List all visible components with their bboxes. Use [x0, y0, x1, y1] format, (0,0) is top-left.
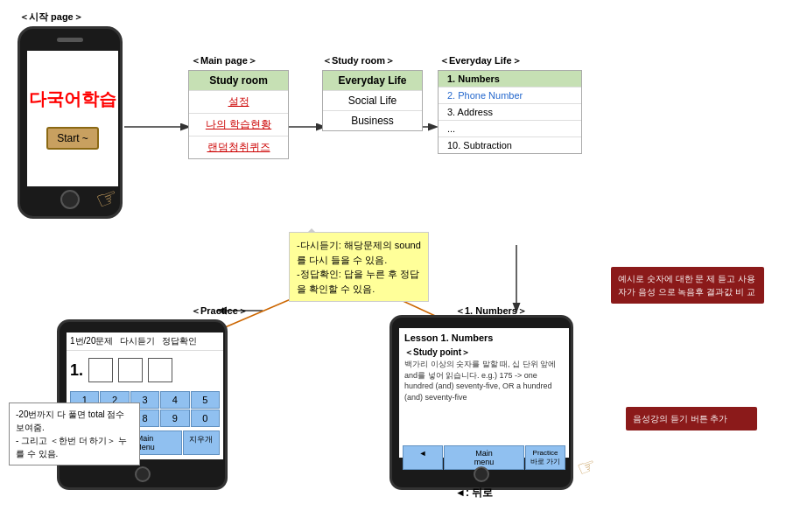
hand-cursor-numbers-icon: ☞ — [574, 452, 600, 482]
numpad-4[interactable]: 4 — [160, 391, 189, 409]
everyday-subtraction[interactable]: 10. Subtraction — [439, 137, 581, 153]
answer-box-2[interactable] — [118, 358, 143, 382]
numpad-5[interactable]: 5 — [191, 391, 220, 409]
everyday-life-label: ＜Everyday Life＞ — [439, 54, 522, 67]
callout-right-bottom: 음성강의 듣기 버튼 추가 — [626, 407, 757, 430]
numpad-0[interactable]: 0 — [191, 410, 220, 427]
practice-answer-btn[interactable]: 정답확인 — [162, 335, 197, 347]
note-bottom-left: -20번까지 다 풀면 total 점수 보여줌.- 그리고 ＜한번 더 하기＞… — [9, 402, 140, 466]
study-room-business[interactable]: Business — [323, 111, 422, 130]
phone-speaker — [57, 38, 83, 42]
callout-right-top: 예시로 숫자에 대한 문 제 듣고 사용자가 음성 으로 녹음후 결과값 비 교 — [611, 267, 764, 304]
note-text: -20번까지 다 풀면 total 점수 보여줌.- 그리고 ＜한번 더 하기＞… — [16, 410, 127, 458]
everyday-phone[interactable]: 2. Phone Number — [439, 88, 581, 104]
main-menu-study-room[interactable]: Study room — [189, 71, 288, 91]
question-number: 1. — [70, 361, 83, 380]
start-button[interactable]: Start ~ — [46, 127, 99, 150]
study-point-text: 백가리 이상의 숫자를 말할 때, 십 단위 앞에 and를 넣어 읽습니다. … — [404, 359, 564, 402]
main-menu-list: Study room 설정 나의 학습현황 랜덤청취퀴즈 — [188, 70, 289, 159]
app-title: 다국어학습 — [29, 88, 116, 109]
tooltip-box: -다시듣기: 해당문제의 sound를 다시 들을 수 있음.-정답확인: 답을… — [289, 232, 429, 302]
answer-box-3[interactable] — [148, 358, 172, 382]
back-label: ◄: 뒤로 — [455, 486, 493, 500]
everyday-life-box: 1. Numbers 2. Phone Number 3. Address ..… — [438, 70, 582, 154]
phone-screen: 다국어학습 Start ~ — [27, 51, 118, 186]
numbers-phone-home[interactable] — [474, 466, 489, 482]
answer-box-1[interactable] — [88, 358, 113, 382]
study-room-list: Everyday Life Social Life Business — [322, 70, 423, 131]
main-menu-history[interactable]: 나의 학습현황 — [189, 114, 288, 136]
numbers-phone: Lesson 1. Numbers ＜Study point＞ 백가리 이상의 … — [389, 315, 573, 490]
study-room-social[interactable]: Social Life — [323, 91, 422, 111]
practice-num: 1번/20문제 — [70, 335, 113, 347]
study-room-box: Everyday Life Social Life Business — [322, 70, 423, 131]
main-menu-quiz[interactable]: 랜덤청취퀴즈 — [189, 136, 288, 158]
practice-header: 1번/20문제 다시듣기 정답확인 — [67, 332, 223, 351]
numbers-practice-btn[interactable]: Practice바로 가기 — [525, 445, 565, 470]
study-point-label: ＜Study point＞ — [404, 346, 564, 359]
practice-listen-btn[interactable]: 다시듣기 — [120, 335, 155, 347]
study-room-everyday[interactable]: Everyday Life — [323, 71, 422, 91]
main-menu-box: Study room 설정 나의 학습현황 랜덤청취퀴즈 — [188, 70, 289, 159]
everyday-ellipsis: ... — [439, 121, 581, 137]
numbers-screen: Lesson 1. Numbers ＜Study point＞ 백가리 이상의 … — [399, 328, 569, 458]
tooltip-text: -다시듣기: 해당문제의 sound를 다시 들을 수 있음.-정답확인: 답을… — [297, 240, 421, 294]
numpad-9[interactable]: 9 — [160, 410, 189, 427]
everyday-numbers[interactable]: 1. Numbers — [439, 71, 581, 88]
callout-bottom-text: 음성강의 듣기 버튼 추가 — [633, 414, 727, 424]
start-page-label: ＜시작 page＞ — [19, 10, 83, 24]
main-page-label: ＜Main page＞ — [191, 54, 257, 67]
everyday-address[interactable]: 3. Address — [439, 104, 581, 121]
practice-question: 1. — [67, 351, 223, 389]
numbers-back-btn[interactable]: ◄ — [403, 445, 443, 470]
practice-label: ＜Practice＞ — [191, 304, 248, 318]
study-room-label: ＜Study room＞ — [322, 54, 395, 67]
practice-delete-btn[interactable]: 지우개 — [183, 430, 220, 455]
lesson-title: Lesson 1. Numbers — [404, 332, 564, 343]
callout-top-text: 예시로 숫자에 대한 문 제 듣고 사용자가 음성 으로 녹음후 결과값 비 교 — [618, 274, 755, 297]
everyday-life-list: 1. Numbers 2. Phone Number 3. Address ..… — [438, 70, 582, 154]
main-menu-settings[interactable]: 설정 — [189, 91, 288, 114]
practice-phone-home[interactable] — [135, 466, 151, 482]
home-button[interactable] — [60, 190, 80, 209]
diagram-container: ＜시작 page＞ 다국어학습 Start ~ ☞ ＜Main page＞ St… — [0, 0, 786, 532]
